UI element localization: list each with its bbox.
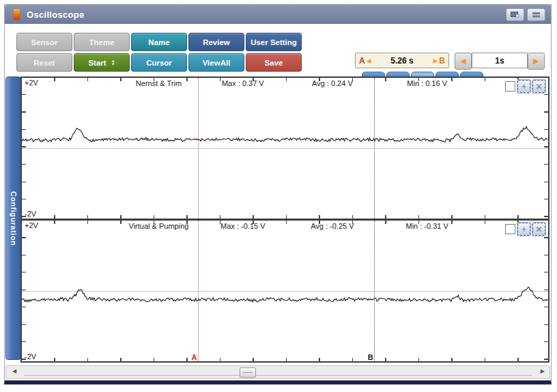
cursor-b-tag: B (439, 56, 445, 66)
cursor-button[interactable]: Cursor (131, 53, 187, 72)
cursor-b-line[interactable] (374, 221, 375, 361)
scroll-left-arrow-icon[interactable]: ◀ (12, 368, 16, 374)
ch1-max-stat: Max : 0.37 V (222, 79, 264, 87)
channel-1-panel: +2V -2V Nernst & Trim Max : 0.37 V Avg :… (22, 78, 548, 219)
plus-icon: + (522, 225, 526, 234)
configuration-tab[interactable]: Configuration (5, 76, 21, 360)
ch1-panel-controls: + ✕ (505, 80, 545, 93)
ch1-min-stat: Min : 0.16 V (407, 79, 447, 87)
plot-stack: +2V -2V Nernst & Trim Max : 0.37 V Avg :… (20, 76, 549, 363)
ch2-close-button[interactable]: ✕ (532, 223, 545, 236)
ch2-panel-controls: + ✕ (505, 223, 545, 236)
timebase-value-field[interactable]: 1s (472, 53, 528, 68)
review-button[interactable]: Review (188, 33, 244, 51)
ch2-top-voltage-label: +2V (25, 221, 38, 229)
ch1-title: Nernst & Trim (136, 79, 182, 87)
cursor-a-arrow-icon: ◀ (367, 57, 371, 64)
scroll-right-arrow-icon[interactable]: ▶ (541, 368, 545, 374)
theme-button[interactable]: Theme (74, 33, 130, 51)
toolbar: Sensor Theme Name Review User Setting Re… (5, 24, 551, 76)
left-arrow-icon: ◀ (460, 57, 466, 66)
ch2-checkbox[interactable] (505, 224, 515, 234)
start-button[interactable]: Start ▲ ▼ (74, 53, 130, 72)
timebase-increase-button[interactable]: ▶ (528, 53, 545, 70)
scrollbar-thumb[interactable] (240, 367, 256, 378)
collapse-window-button[interactable] (527, 8, 545, 21)
cursor-ab-interval-display[interactable]: A ◀ 5.26 s ▶ B (355, 53, 449, 68)
main-area: Configuration +2V -2V Nernst & Trim Max … (5, 76, 551, 363)
sensor-button[interactable]: Sensor (16, 33, 72, 51)
viewall-button[interactable]: ViewAll (188, 53, 244, 72)
timebase-decrease-button[interactable]: ◀ (455, 53, 472, 70)
ch2-title: Virtual & Pumping (129, 222, 189, 230)
window-title: Oscilloscope (27, 10, 85, 20)
ch2-max-stat: Max : -0.15 V (220, 222, 265, 230)
ch2-add-button[interactable]: + (517, 223, 530, 236)
app-icon (14, 9, 20, 20)
start-spinner-icon[interactable]: ▲ ▼ (111, 59, 115, 66)
collapse-window-icon (532, 12, 541, 18)
cursor-a-label: A (192, 353, 198, 361)
ch2-waveform (22, 221, 548, 361)
reset-button[interactable]: Reset (16, 53, 72, 72)
user-setting-button[interactable]: User Setting (246, 33, 302, 51)
plus-icon: + (522, 83, 526, 91)
name-button[interactable]: Name (131, 33, 187, 51)
ch1-checkbox[interactable] (505, 81, 515, 92)
close-icon: ✕ (535, 83, 542, 91)
ch1-waveform (22, 78, 548, 219)
ch2-min-stat: Min : -0.31 V (405, 222, 448, 230)
ch2-avg-stat: Avg : -0.25 V (311, 222, 354, 230)
ch1-bottom-voltage-label: -2V (25, 210, 36, 218)
cursor-b-arrow-icon: ▶ (433, 57, 438, 64)
oscilloscope-window: Oscilloscope Sensor Theme (4, 4, 552, 384)
ch1-add-button[interactable]: + (517, 80, 530, 93)
right-arrow-icon: ▶ (533, 57, 539, 66)
horizontal-scrollbar[interactable]: ◀ ▶ (5, 365, 550, 379)
screen: Oscilloscope Sensor Theme (0, 0, 557, 392)
ch1-top-voltage-label: +2V (25, 79, 38, 87)
cursor-b-label: B (368, 353, 374, 361)
titlebar-buttons (506, 8, 545, 21)
channel-2-panel: +2V -2V Virtual & Pumping Max : -0.15 V … (22, 219, 548, 361)
ch2-bottom-voltage-label: -2V (25, 352, 36, 361)
configuration-tab-label: Configuration (10, 191, 18, 246)
close-icon: ✕ (535, 225, 542, 234)
window-capture-icon (511, 12, 519, 18)
cursor-a-line[interactable] (198, 221, 199, 361)
ch1-close-button[interactable]: ✕ (532, 80, 545, 93)
cursor-b-line[interactable] (374, 78, 375, 219)
ab-interval-value: 5.26 s (373, 56, 432, 66)
titlebar[interactable]: Oscilloscope (5, 5, 551, 25)
save-button[interactable]: Save (246, 53, 302, 72)
cursor-a-line[interactable] (198, 78, 199, 219)
window-capture-button[interactable] (506, 8, 524, 21)
cursor-a-tag: A (359, 56, 365, 66)
ch1-avg-stat: Avg : 0.24 V (312, 79, 353, 87)
